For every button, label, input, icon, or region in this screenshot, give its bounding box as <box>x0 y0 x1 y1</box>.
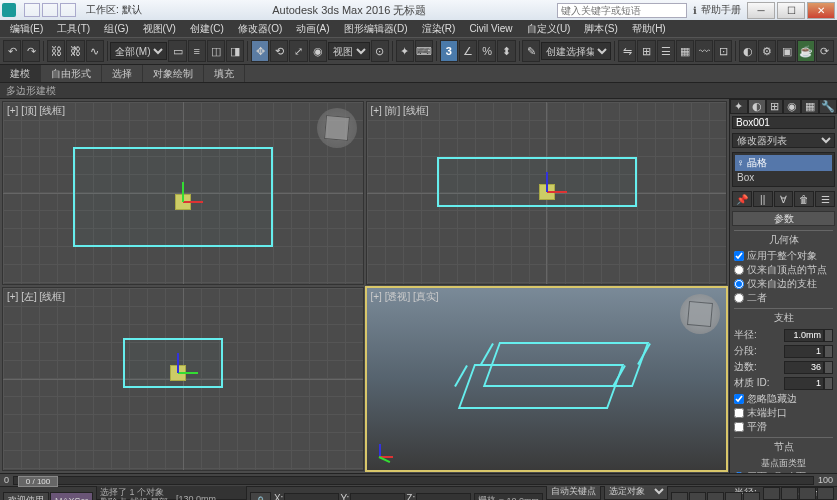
bind-spacewarp-icon[interactable]: ∿ <box>86 40 104 62</box>
qat-link[interactable] <box>60 3 76 17</box>
use-center-icon[interactable]: ⊙ <box>371 40 389 62</box>
spinner-radius[interactable] <box>784 329 833 342</box>
radio-verts-only[interactable]: 仅来自顶点的节点 <box>734 263 833 277</box>
render-production-icon[interactable]: ☕ <box>797 40 815 62</box>
unlink-icon[interactable]: ⛓̸ <box>66 40 84 62</box>
next-frame-icon[interactable] <box>725 492 742 500</box>
radio-edges-only[interactable]: 仅来自边的支柱 <box>734 277 833 291</box>
select-object-icon[interactable]: ▭ <box>168 40 186 62</box>
link-icon[interactable]: ⛓ <box>47 40 65 62</box>
render-setup-icon[interactable]: ⚙ <box>758 40 776 62</box>
viewcube-icon[interactable] <box>317 108 357 148</box>
goto-end-icon[interactable] <box>743 492 760 500</box>
viewport-top[interactable]: [+] [顶] [线框] <box>2 101 364 285</box>
menu-modifiers[interactable]: 修改器(O) <box>232 21 288 37</box>
render-iterative-icon[interactable]: ⟳ <box>816 40 834 62</box>
coord-y[interactable] <box>350 493 405 500</box>
hierarchy-tab-icon[interactable]: ⊞ <box>766 99 784 114</box>
viewport-front[interactable]: [+] [前] [线框] <box>366 101 728 285</box>
time-slider-track[interactable]: 0 / 100 <box>13 476 814 485</box>
goto-start-icon[interactable] <box>671 492 688 500</box>
transform-gizmo[interactable] <box>168 187 198 217</box>
manipulate-icon[interactable]: ✦ <box>396 40 414 62</box>
remove-modifier-icon[interactable]: 🗑 <box>794 191 814 207</box>
transform-gizmo[interactable] <box>163 358 193 388</box>
modifier-list-dropdown[interactable]: 修改器列表 <box>732 133 835 148</box>
modifier-item[interactable]: Box <box>735 171 832 184</box>
close-button[interactable]: ✕ <box>807 2 835 19</box>
prev-frame-icon[interactable] <box>689 492 706 500</box>
viewport-perspective[interactable]: [+] [透视] [真实] <box>366 287 728 471</box>
rendered-frame-icon[interactable]: ▣ <box>777 40 795 62</box>
time-slider[interactable]: 0 0 / 100 100 <box>0 473 837 486</box>
qat-redo[interactable] <box>42 3 58 17</box>
zoom-extents-icon[interactable] <box>799 487 816 500</box>
modifier-stack[interactable]: ♀ 晶格 Box <box>732 152 835 187</box>
viewcube-icon[interactable] <box>680 294 720 334</box>
create-tab-icon[interactable]: ✦ <box>730 99 748 114</box>
chk-endcaps[interactable]: 末端封口 <box>734 406 833 420</box>
viewport-label[interactable]: [+] [顶] [线框] <box>7 104 65 118</box>
spinner-sides[interactable] <box>784 361 833 374</box>
ribbon-panel-label[interactable]: 多边形建模 <box>0 83 837 99</box>
infocenter-icon[interactable]: ℹ <box>693 5 697 16</box>
redo-icon[interactable]: ↷ <box>22 40 40 62</box>
menu-grapheditors[interactable]: 图形编辑器(D) <box>338 21 414 37</box>
schematic-view-icon[interactable]: ⊡ <box>714 40 732 62</box>
maximize-button[interactable]: ☐ <box>777 2 805 19</box>
angle-snap-icon[interactable]: ∠ <box>459 40 477 62</box>
ribbon-tab-modeling[interactable]: 建模 <box>0 65 41 82</box>
spinner-snap-icon[interactable]: ⬍ <box>497 40 515 62</box>
pin-stack-icon[interactable]: 📌 <box>732 191 752 207</box>
modifier-item[interactable]: ♀ 晶格 <box>735 155 832 171</box>
lock-selection-icon[interactable]: 🔒 <box>250 492 271 501</box>
viewport-left[interactable]: [+] [左] [线框] <box>2 287 364 471</box>
select-place-icon[interactable]: ◉ <box>309 40 327 62</box>
menu-group[interactable]: 组(G) <box>98 21 134 37</box>
user-name[interactable]: 帮助手册 <box>701 3 741 17</box>
chk-ignore-hidden[interactable]: 忽略隐藏边 <box>734 392 833 406</box>
radio-both[interactable]: 二者 <box>734 291 833 305</box>
menu-help[interactable]: 帮助(H) <box>626 21 672 37</box>
rollout-parameters[interactable]: 参数 <box>732 211 835 226</box>
menu-animation[interactable]: 动画(A) <box>290 21 335 37</box>
menu-views[interactable]: 视图(V) <box>137 21 182 37</box>
workspace-selector[interactable]: 工作区: 默认 <box>86 3 142 17</box>
select-by-name-icon[interactable]: ≡ <box>188 40 206 62</box>
menu-script[interactable]: 脚本(S) <box>578 21 623 37</box>
welcome-button[interactable]: 欢迎使用 <box>3 492 49 501</box>
mirror-icon[interactable]: ⇋ <box>618 40 636 62</box>
snap-toggle-icon[interactable]: 3 <box>440 40 458 62</box>
menu-tools[interactable]: 工具(T) <box>51 21 96 37</box>
chk-smooth[interactable]: 平滑 <box>734 420 833 434</box>
zoom-extents-all-icon[interactable] <box>817 487 834 500</box>
viewport-label[interactable]: [+] [前] [线框] <box>371 104 429 118</box>
qat-undo[interactable] <box>24 3 40 17</box>
display-tab-icon[interactable]: ▦ <box>801 99 819 114</box>
make-unique-icon[interactable]: ∀ <box>774 191 794 207</box>
select-move-icon[interactable]: ✥ <box>251 40 269 62</box>
transform-gizmo[interactable] <box>532 177 562 207</box>
select-rotate-icon[interactable]: ⟲ <box>270 40 288 62</box>
material-editor-icon[interactable]: ◐ <box>739 40 757 62</box>
align-icon[interactable]: ⊞ <box>637 40 655 62</box>
time-slider-thumb[interactable]: 0 / 100 <box>18 476 58 487</box>
show-end-result-icon[interactable]: || <box>753 191 773 207</box>
modify-tab-icon[interactable]: ◐ <box>748 99 766 114</box>
menu-civilview[interactable]: Civil View <box>463 22 518 35</box>
object-wireframe[interactable] <box>451 334 641 424</box>
menu-create[interactable]: 创建(C) <box>184 21 230 37</box>
selection-filter[interactable]: 全部(M) <box>110 42 167 60</box>
maxscript-listener[interactable]: MAXScr <box>50 492 93 501</box>
window-crossing-icon[interactable]: ◨ <box>226 40 244 62</box>
coord-x[interactable] <box>284 493 339 500</box>
zoom-all-icon[interactable] <box>781 487 798 500</box>
app-logo-icon[interactable] <box>2 3 16 17</box>
help-search-input[interactable] <box>557 3 687 18</box>
ref-coord-system[interactable]: 视图 <box>328 42 370 60</box>
viewport-label[interactable]: [+] [透视] [真实] <box>371 290 439 304</box>
utilities-tab-icon[interactable]: 🔧 <box>819 99 837 114</box>
configure-sets-icon[interactable]: ☰ <box>815 191 835 207</box>
ribbon-tab-populate[interactable]: 填充 <box>204 65 245 82</box>
percent-snap-icon[interactable]: % <box>478 40 496 62</box>
